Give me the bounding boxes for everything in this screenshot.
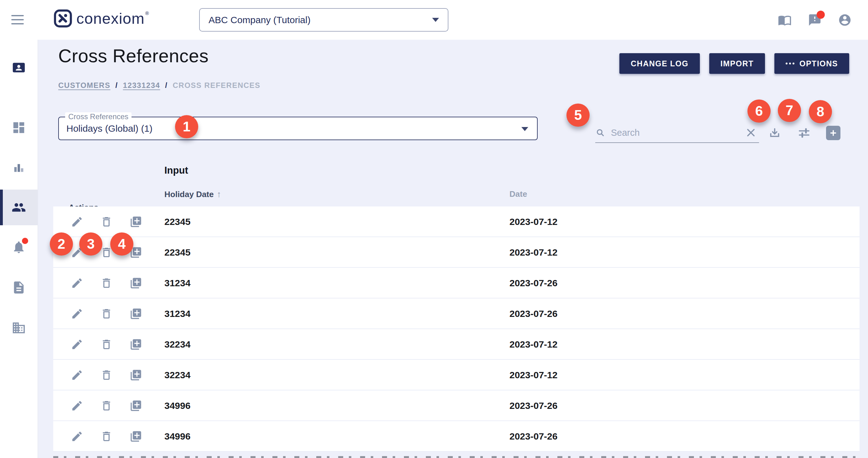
ellipsis-icon xyxy=(786,63,795,64)
table-row: 31234 2023-07-26 xyxy=(53,268,860,298)
main-content: Cross References CHANGE LOG IMPORT OPTIO… xyxy=(38,40,868,458)
add-icon[interactable] xyxy=(826,126,840,140)
edit-icon[interactable] xyxy=(71,216,83,228)
table-row: 22345 2023-07-12 xyxy=(53,237,860,268)
select-value: Holidays (Global) (1) xyxy=(66,117,153,139)
contact-badge-icon xyxy=(11,60,26,75)
table-row: 32234 2023-07-12 xyxy=(53,360,860,390)
date-cell: 2023-07-12 xyxy=(509,206,557,237)
annotation-badge: 7 xyxy=(778,99,801,122)
table-body: 22345 2023-07-12 22345 2023-07-12 31234 … xyxy=(53,206,860,452)
holiday-date-cell: 34996 xyxy=(164,421,190,452)
breadcrumb-customers[interactable]: CUSTOMERS xyxy=(58,81,110,90)
sidebar-item-contacts[interactable] xyxy=(11,60,26,75)
duplicate-icon[interactable] xyxy=(130,430,142,443)
sidebar xyxy=(0,40,38,458)
holiday-date-cell: 22345 xyxy=(164,237,190,268)
chevron-down-icon xyxy=(521,127,528,131)
book-icon[interactable] xyxy=(778,13,792,27)
people-icon xyxy=(11,200,26,215)
duplicate-icon[interactable] xyxy=(130,338,142,351)
document-icon xyxy=(11,280,26,295)
conexiom-logo-icon xyxy=(53,9,73,28)
duplicate-icon[interactable] xyxy=(130,216,142,228)
holiday-date-cell: 22345 xyxy=(164,206,190,237)
company-selector-value: ABC Company (Tutorial) xyxy=(209,15,432,25)
duplicate-icon[interactable] xyxy=(130,307,142,320)
annotation-badge: 5 xyxy=(566,103,590,127)
trash-icon[interactable] xyxy=(100,338,113,351)
download-icon[interactable] xyxy=(767,125,783,141)
holiday-date-cell: 31234 xyxy=(164,298,190,329)
date-cell: 2023-07-26 xyxy=(509,390,557,421)
search-field xyxy=(595,123,759,143)
edit-icon[interactable] xyxy=(71,369,83,381)
table-row: 34996 2023-07-26 xyxy=(53,421,860,452)
filter-icon[interactable] xyxy=(796,125,812,141)
edit-icon[interactable] xyxy=(71,307,83,320)
import-button[interactable]: IMPORT xyxy=(709,53,765,74)
column-header-holiday-date[interactable]: Holiday Date ↑ xyxy=(164,189,221,199)
date-cell: 2023-07-26 xyxy=(509,268,557,298)
breadcrumb-customer-id[interactable]: 12331234 xyxy=(123,81,160,90)
search-input[interactable] xyxy=(611,128,737,138)
page-title: Cross References xyxy=(58,45,209,67)
edit-icon[interactable] xyxy=(71,399,83,412)
column-header-date[interactable]: Date xyxy=(509,189,527,199)
trash-icon[interactable] xyxy=(100,399,113,412)
date-cell: 2023-07-12 xyxy=(509,329,557,360)
table-group-header: Input xyxy=(164,165,188,176)
options-button[interactable]: OPTIONS xyxy=(774,53,849,74)
trash-icon[interactable] xyxy=(100,277,113,289)
sidebar-item-dashboard[interactable] xyxy=(11,121,26,135)
date-cell: 2023-07-12 xyxy=(509,237,557,268)
annotation-badge: 4 xyxy=(110,232,133,256)
date-cell: 2023-07-26 xyxy=(509,298,557,329)
holiday-date-cell: 32234 xyxy=(164,360,190,390)
chevron-down-icon xyxy=(432,18,439,22)
trash-icon[interactable] xyxy=(100,307,113,320)
sort-ascending-icon: ↑ xyxy=(217,189,221,199)
account-icon[interactable] xyxy=(838,13,852,27)
edit-icon[interactable] xyxy=(71,430,83,443)
menu-icon[interactable] xyxy=(11,14,24,25)
duplicate-icon[interactable] xyxy=(130,369,142,381)
duplicate-icon[interactable] xyxy=(130,277,142,289)
trash-icon[interactable] xyxy=(100,369,113,381)
holiday-date-cell: 32234 xyxy=(164,329,190,360)
topbar-right xyxy=(778,13,852,27)
feedback-icon[interactable] xyxy=(808,13,822,27)
holiday-date-cell: 31234 xyxy=(164,268,190,298)
sidebar-item-reports[interactable] xyxy=(11,161,26,175)
cross-references-table: Input Actions Holiday Date ↑ Date 22345 … xyxy=(53,165,860,458)
sidebar-item-customers[interactable] xyxy=(11,200,26,215)
cross-references-select[interactable]: Cross References Holidays (Global) (1) xyxy=(58,117,538,140)
sidebar-item-notifications[interactable] xyxy=(11,240,26,254)
holiday-date-cell: 34996 xyxy=(164,390,190,421)
date-cell: 2023-07-12 xyxy=(509,360,557,390)
page-actions: CHANGE LOG IMPORT OPTIONS xyxy=(619,53,849,74)
brand-name: conexiom xyxy=(76,10,145,27)
table-row: 22345 2023-07-12 xyxy=(53,206,860,237)
company-selector[interactable]: ABC Company (Tutorial) xyxy=(199,8,448,32)
trash-icon[interactable] xyxy=(100,216,113,228)
duplicate-icon[interactable] xyxy=(130,399,142,412)
dashboard-icon xyxy=(11,121,26,135)
table-row: 34996 2023-07-26 xyxy=(53,390,860,421)
clear-search-icon[interactable] xyxy=(743,125,759,141)
annotation-badge: 8 xyxy=(809,100,832,123)
table-column-headers: Actions Holiday Date ↑ Date xyxy=(53,189,860,203)
notification-dot xyxy=(22,238,28,244)
edit-icon[interactable] xyxy=(71,338,83,351)
annotation-badge: 2 xyxy=(50,232,73,256)
change-log-button[interactable]: CHANGE LOG xyxy=(619,53,700,74)
breadcrumb-current: CROSS REFERENCES xyxy=(173,81,260,90)
trash-icon[interactable] xyxy=(100,430,113,443)
edit-icon[interactable] xyxy=(71,277,83,289)
topbar: conexiom ® ABC Company (Tutorial) xyxy=(0,0,868,40)
sidebar-item-company[interactable] xyxy=(11,321,26,335)
sidebar-item-documents[interactable] xyxy=(11,280,26,295)
date-cell: 2023-07-26 xyxy=(509,421,557,452)
notification-dot xyxy=(817,11,825,19)
bar-chart-icon xyxy=(11,161,26,175)
